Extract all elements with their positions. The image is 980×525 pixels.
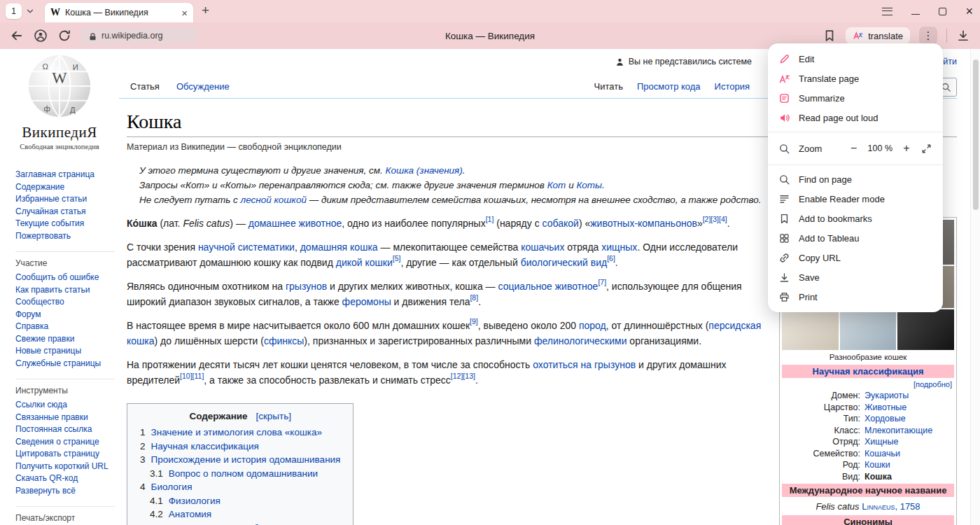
tab-просмотр-кода[interactable]: Просмотр кода bbox=[637, 81, 701, 92]
sidebar-item-текущие-события[interactable]: Текущие события bbox=[15, 218, 115, 230]
toc-link[interactable]: Неизученные области bbox=[186, 523, 284, 525]
taxonomy-value-link[interactable]: Кошки bbox=[864, 459, 954, 471]
sidebar-item-сообщить-об-ошибке[interactable]: Сообщить об ошибке bbox=[15, 272, 115, 284]
tab-close-icon[interactable]: × bbox=[181, 8, 188, 18]
wiki-link[interactable]: Кот bbox=[547, 180, 566, 190]
translate-button[interactable]: translate bbox=[846, 27, 910, 44]
menu-item-translate-page[interactable]: Translate page bbox=[768, 69, 943, 88]
sidebar-item-содержание[interactable]: Содержание bbox=[15, 181, 115, 194]
zoom-out-button[interactable]: − bbox=[848, 142, 860, 155]
address-bar[interactable]: ru.wikipedia.org bbox=[81, 27, 197, 45]
menu-item-add-to-bookmarks[interactable]: Add to bookmarks bbox=[768, 209, 943, 228]
wiki-link[interactable]: фелинологическими bbox=[534, 335, 627, 346]
toc-link[interactable]: Научная классификация bbox=[151, 441, 259, 451]
sidebar-item-постоянная-ссылка[interactable]: Постоянная ссылка bbox=[15, 424, 115, 436]
browser-menu-kebab-icon[interactable]: ⋮ bbox=[919, 27, 937, 45]
profile-icon[interactable] bbox=[34, 29, 48, 43]
taxonomy-value-link[interactable]: Хордовые bbox=[864, 413, 954, 425]
taxonomy-value-link[interactable]: Кошачьи bbox=[864, 448, 954, 460]
page-scrollbar[interactable] bbox=[970, 49, 980, 525]
wiki-link[interactable]: хищных bbox=[601, 241, 637, 253]
details-link[interactable]: [подробно] bbox=[782, 379, 954, 390]
window-close-icon[interactable]: × bbox=[965, 5, 973, 18]
bookmark-flag-icon[interactable] bbox=[822, 29, 836, 43]
taxonomy-value-link[interactable]: Млекопитающие bbox=[864, 425, 954, 437]
sidebar-item-ссылки-сюда[interactable]: Ссылки сюда bbox=[15, 399, 115, 412]
reference-link[interactable]: [6] bbox=[607, 254, 615, 262]
wiki-link[interactable]: феромоны bbox=[342, 296, 391, 307]
wiki-link[interactable]: собакой bbox=[542, 218, 579, 229]
sidebar-item-заглавная-страница[interactable]: Заглавная страница bbox=[15, 169, 115, 181]
reference-link[interactable]: [10][11] bbox=[180, 372, 204, 380]
toc-item[interactable]: 3.1Вопрос о полном одомашнивании bbox=[150, 467, 340, 481]
menu-item-copy-url[interactable]: Copy URL bbox=[768, 248, 943, 267]
wiki-link[interactable]: грызунов bbox=[286, 281, 327, 292]
wikipedia-globe-logo[interactable]: W Ω И ф Д bbox=[27, 109, 92, 121]
wiki-link[interactable]: лесной кошкой bbox=[241, 195, 307, 205]
tab-статья[interactable]: Статья bbox=[130, 81, 160, 92]
menu-item-find-on-page[interactable]: Find on page bbox=[768, 169, 943, 189]
sidebar-item-скачать-qr-код[interactable]: Скачать QR-код bbox=[15, 472, 115, 485]
wiki-link[interactable]: Кошка (значения) bbox=[386, 165, 463, 176]
tab-читать[interactable]: Читать bbox=[594, 81, 623, 92]
reference-link[interactable]: [5] bbox=[393, 254, 401, 262]
fullscreen-icon[interactable] bbox=[920, 143, 932, 155]
toc-item[interactable]: 4.1Физиология bbox=[150, 494, 340, 508]
toc-link[interactable]: Вопрос о полном одомашнивании bbox=[169, 468, 318, 479]
browser-tab[interactable]: W Кошка — Википедия × bbox=[45, 3, 193, 22]
taxonomy-value-link[interactable]: Животные bbox=[864, 402, 954, 414]
toc-link[interactable]: Происхождение и история одомашнивания bbox=[151, 454, 341, 465]
toc-link[interactable]: Физиология bbox=[169, 496, 220, 506]
wiki-link[interactable]: социальное животное bbox=[498, 281, 598, 292]
sidebar-item-получить-короткий-url[interactable]: Получить короткий URL bbox=[15, 461, 115, 473]
toc-item[interactable]: 2Научная классификация bbox=[140, 440, 340, 454]
toc-item[interactable]: 3Происхождение и история одомашнивания bbox=[140, 453, 340, 467]
reference-link[interactable]: [7] bbox=[598, 278, 606, 286]
tab-counter-button[interactable]: 1 bbox=[6, 4, 22, 19]
sidebar-item-новые-страницы[interactable]: Новые страницы bbox=[15, 345, 115, 358]
wiki-link[interactable]: домашняя кошка bbox=[300, 241, 378, 253]
zoom-in-button[interactable]: + bbox=[901, 142, 912, 155]
new-tab-button[interactable]: + bbox=[202, 3, 209, 18]
taxonomy-value-link[interactable]: Хищные bbox=[864, 436, 954, 448]
menu-item-save[interactable]: Save bbox=[768, 267, 943, 287]
wiki-link[interactable]: научной систематики bbox=[198, 241, 295, 253]
menu-item-add-to-tableau[interactable]: Add to Tableau bbox=[768, 228, 943, 248]
toc-item[interactable]: 4.2Анатомия bbox=[150, 507, 340, 522]
menu-item-read-page-out-loud[interactable]: Read page out loud bbox=[768, 108, 943, 127]
reference-link[interactable]: [8] bbox=[470, 293, 478, 302]
sidebar-item-как-править-статьи[interactable]: Как править статьи bbox=[15, 284, 115, 297]
sidebar-item-сведения-о-странице[interactable]: Сведения о странице bbox=[15, 436, 115, 449]
wiki-link[interactable]: дикой кошки bbox=[336, 257, 393, 268]
menu-item-enable-reader-mode[interactable]: Enable Reader mode bbox=[768, 189, 943, 209]
tab-обсуждение[interactable]: Обсуждение bbox=[176, 81, 230, 92]
wiki-link[interactable]: Коты bbox=[576, 180, 602, 190]
reload-icon[interactable] bbox=[57, 29, 71, 43]
reference-link[interactable]: [12][13] bbox=[451, 372, 475, 380]
maximize-icon[interactable] bbox=[939, 8, 946, 15]
menu-item-print[interactable]: Print bbox=[768, 287, 943, 307]
toc-link[interactable]: Анатомия bbox=[169, 509, 211, 519]
latin-author-link[interactable]: Linnaeus, 1758 bbox=[862, 501, 920, 512]
menu-item-edit[interactable]: Edit bbox=[768, 49, 943, 69]
menu-item-summarize[interactable]: Summarize bbox=[768, 88, 943, 108]
tab-list-chevron-icon[interactable] bbox=[25, 6, 35, 16]
sidebar-item-развернуть-вс[interactable]: Развернуть всё bbox=[15, 485, 115, 498]
sidebar-item-справка[interactable]: Справка bbox=[15, 321, 115, 333]
sidebar-item-связанные-правки[interactable]: Связанные правки bbox=[15, 412, 115, 424]
sidebar-item-случайная-статья[interactable]: Случайная статья bbox=[15, 206, 115, 218]
toc-item[interactable]: 4Биология bbox=[140, 480, 340, 494]
toc-link[interactable]: Биология bbox=[151, 482, 192, 492]
taxonomy-value-link[interactable]: Кошка bbox=[864, 471, 954, 483]
window-menu-icon[interactable] bbox=[882, 8, 892, 15]
reference-link[interactable]: [2][3][4] bbox=[703, 215, 727, 223]
sidebar-item-цитировать-страницу[interactable]: Цитировать страницу bbox=[15, 448, 115, 461]
back-icon[interactable] bbox=[10, 29, 24, 43]
reference-link[interactable]: [1] bbox=[486, 215, 494, 223]
reference-link[interactable]: [9] bbox=[470, 317, 478, 326]
wiki-link[interactable]: домашнее животное bbox=[248, 218, 342, 229]
wiki-link[interactable]: животных-компаньонов bbox=[590, 218, 697, 229]
sidebar-item-служебные-страницы[interactable]: Служебные страницы bbox=[15, 358, 115, 370]
wiki-link[interactable]: сфинксы bbox=[264, 335, 304, 346]
wiki-link[interactable]: кошачьих bbox=[521, 241, 564, 253]
